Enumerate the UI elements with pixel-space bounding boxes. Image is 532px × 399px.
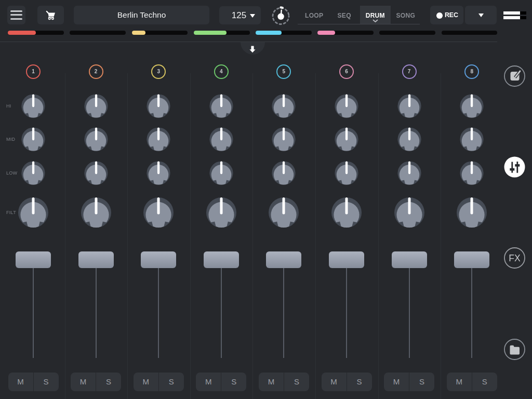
svg-text:FX: FX: [509, 253, 521, 263]
